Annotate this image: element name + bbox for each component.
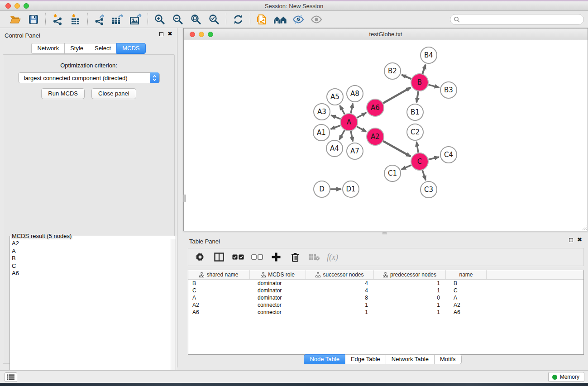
mcds-result-item[interactable]: B bbox=[12, 255, 169, 262]
table-cell[interactable]: connector bbox=[250, 309, 306, 316]
table-cell[interactable]: 1 bbox=[306, 301, 374, 309]
graph-node-C3[interactable]: C3 bbox=[421, 181, 437, 198]
column-header-successor-nodes[interactable]: successor nodes bbox=[306, 270, 374, 279]
tab-network[interactable]: Network bbox=[31, 43, 64, 54]
network-canvas[interactable]: B4B2BB3A8A5A6A3B1AC2A1A2A4A7C4CC1DD1C3 bbox=[184, 40, 588, 231]
minimize-window-button[interactable] bbox=[14, 3, 20, 9]
graph-edge-A-A8[interactable] bbox=[351, 104, 353, 114]
table-cell[interactable]: A6 bbox=[446, 309, 487, 316]
graph-node-B[interactable]: B bbox=[411, 74, 428, 91]
graph-edge-A2-C[interactable] bbox=[383, 141, 411, 157]
zoom-fit-icon[interactable] bbox=[188, 13, 204, 26]
table-cell[interactable]: 1 bbox=[374, 309, 446, 316]
table-cell[interactable]: dominator bbox=[250, 287, 306, 294]
table-cell[interactable]: C bbox=[188, 287, 250, 294]
optimization-criterion-dropdown[interactable]: largest connected component (directed) bbox=[18, 72, 160, 83]
app-titlebar[interactable]: Session: New Session bbox=[0, 1, 588, 11]
zoom-selected-icon[interactable] bbox=[206, 13, 222, 26]
table-cell[interactable]: A2 bbox=[188, 301, 250, 309]
close-window-button[interactable] bbox=[5, 3, 11, 9]
network-zoom-button[interactable] bbox=[208, 32, 213, 37]
graph-edge-A-A6[interactable] bbox=[357, 113, 366, 118]
table-float-panel-icon[interactable] bbox=[569, 238, 573, 242]
table-close-panel-icon[interactable]: ✖ bbox=[577, 238, 582, 242]
graph-edge-C-C4[interactable] bbox=[428, 157, 439, 159]
graph-node-C2[interactable]: C2 bbox=[407, 124, 423, 140]
tab-node-table[interactable]: Node Table bbox=[304, 354, 345, 364]
table-cell[interactable]: C bbox=[446, 287, 487, 294]
network-minimize-button[interactable] bbox=[199, 32, 204, 37]
graph-node-C[interactable]: C bbox=[411, 153, 428, 170]
refresh-icon[interactable] bbox=[230, 13, 246, 26]
graph-node-A6[interactable]: A6 bbox=[367, 99, 384, 116]
graph-edge-A-A1[interactable] bbox=[331, 125, 341, 129]
table-row[interactable]: A6connector11A6 bbox=[188, 309, 583, 316]
graph-edge-C-C1[interactable] bbox=[402, 165, 411, 169]
table-cell[interactable]: connector bbox=[250, 301, 306, 309]
delete-table-icon[interactable] bbox=[308, 251, 320, 263]
mcds-result-item[interactable]: A2 bbox=[12, 240, 169, 248]
graph-node-A4[interactable]: A4 bbox=[326, 140, 343, 157]
graph-node-A[interactable]: A bbox=[340, 114, 358, 131]
graph-edge-A-A5[interactable] bbox=[340, 105, 345, 114]
table-row[interactable]: Cdominator41C bbox=[188, 287, 583, 294]
graph-node-C1[interactable]: C1 bbox=[384, 165, 401, 181]
network-close-button[interactable] bbox=[190, 32, 195, 37]
graph-node-A1[interactable]: A1 bbox=[313, 124, 330, 141]
column-header-shared-name[interactable]: shared name bbox=[188, 270, 250, 279]
table-row[interactable]: Adominator80A bbox=[188, 294, 583, 301]
graph-node-B3[interactable]: B3 bbox=[440, 82, 457, 98]
table-cell[interactable]: A6 bbox=[188, 309, 250, 316]
import-network-icon[interactable] bbox=[50, 13, 65, 26]
network-window-titlebar[interactable]: testGlobe.txt bbox=[184, 29, 588, 40]
select-all-columns-icon[interactable] bbox=[232, 251, 244, 263]
tab-motifs[interactable]: Motifs bbox=[434, 354, 462, 364]
graph-node-A5[interactable]: A5 bbox=[327, 89, 343, 105]
table-row[interactable]: A2connector11A2 bbox=[188, 301, 583, 309]
tab-edge-table[interactable]: Edge Table bbox=[345, 354, 386, 364]
graph-node-A3[interactable]: A3 bbox=[314, 104, 330, 120]
hide-selected-icon[interactable] bbox=[291, 13, 306, 26]
graph-edge-A-A7[interactable] bbox=[351, 131, 353, 142]
tab-mcds[interactable]: MCDS bbox=[116, 43, 145, 54]
result-scrollbar[interactable] bbox=[171, 239, 176, 386]
export-table-icon[interactable] bbox=[110, 13, 125, 26]
apply-layout-icon[interactable] bbox=[272, 13, 288, 26]
table-cell[interactable]: 0 bbox=[374, 294, 446, 301]
table-cell[interactable]: dominator bbox=[250, 280, 306, 287]
graph-edge-A6-B[interactable] bbox=[383, 87, 411, 103]
tab-select[interactable]: Select bbox=[89, 43, 116, 54]
graph-node-A7[interactable]: A7 bbox=[347, 143, 363, 159]
task-history-button[interactable] bbox=[5, 372, 17, 382]
export-image-icon[interactable] bbox=[128, 13, 143, 26]
show-columns-icon[interactable] bbox=[213, 251, 225, 263]
run-mcds-button[interactable]: Run MCDS bbox=[41, 88, 85, 99]
function-builder-icon[interactable]: f(x) bbox=[327, 253, 338, 262]
zoom-in-icon[interactable] bbox=[152, 13, 167, 26]
new-network-from-selection-icon[interactable] bbox=[254, 13, 270, 26]
graph-edge-A-A3[interactable] bbox=[331, 115, 341, 119]
search-field[interactable] bbox=[450, 14, 584, 25]
table-cell[interactable]: 1 bbox=[374, 301, 446, 309]
graph-edge-B-B2[interactable] bbox=[402, 75, 411, 79]
window-resize-grip[interactable] bbox=[581, 224, 587, 230]
import-table-icon[interactable] bbox=[68, 13, 83, 26]
table-cell[interactable]: A bbox=[446, 294, 487, 301]
show-all-icon[interactable] bbox=[309, 13, 324, 26]
table-cell[interactable]: 8 bbox=[306, 294, 374, 301]
close-panel-icon[interactable]: ✖ bbox=[167, 32, 172, 36]
graph-node-A8[interactable]: A8 bbox=[347, 86, 363, 102]
graph-node-B1[interactable]: B1 bbox=[407, 104, 423, 120]
save-session-icon[interactable] bbox=[26, 13, 41, 26]
graph-edge-B-B4[interactable] bbox=[422, 65, 425, 74]
table-cell[interactable]: B bbox=[188, 280, 250, 287]
table-cell[interactable]: A2 bbox=[446, 301, 487, 309]
table-cell[interactable]: 4 bbox=[306, 280, 374, 287]
graph-edge-C-C2[interactable] bbox=[416, 142, 418, 152]
open-session-icon[interactable] bbox=[8, 13, 23, 26]
delete-columns-icon[interactable] bbox=[289, 251, 301, 263]
graph-edge-C-C3[interactable] bbox=[422, 170, 425, 180]
zoom-window-button[interactable] bbox=[24, 3, 29, 9]
mcds-result-item[interactable]: C bbox=[12, 262, 169, 270]
network-graph[interactable]: B4B2BB3A8A5A6A3B1AC2A1A2A4A7C4CC1DD1C3 bbox=[184, 40, 588, 231]
